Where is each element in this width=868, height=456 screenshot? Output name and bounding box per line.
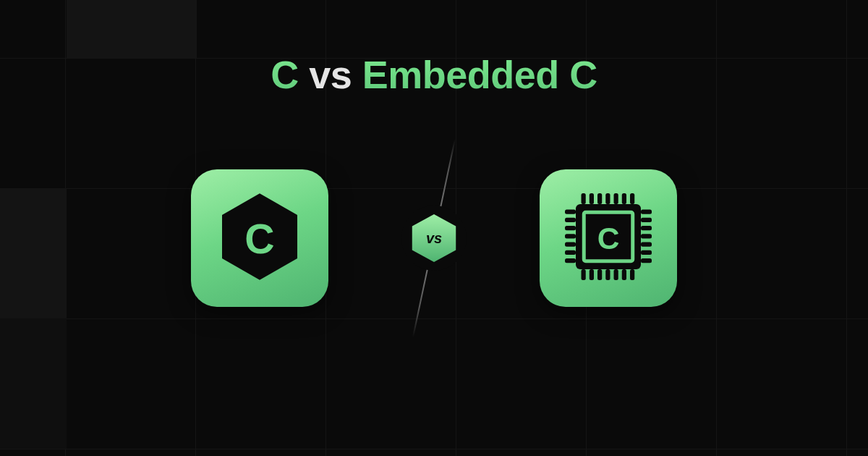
- vs-badge: vs: [408, 212, 460, 264]
- title-left: C: [271, 53, 299, 96]
- svg-text:C: C: [244, 216, 274, 262]
- title-right: Embedded C: [362, 53, 597, 96]
- vs-badge-label: vs: [426, 230, 442, 247]
- svg-rect-18: [622, 269, 626, 280]
- svg-rect-32: [641, 250, 652, 255]
- svg-rect-16: [605, 269, 610, 280]
- svg-text:C: C: [597, 221, 620, 256]
- svg-rect-33: [641, 258, 652, 263]
- page-title: C vs Embedded C: [271, 52, 597, 97]
- svg-rect-12: [630, 193, 634, 204]
- svg-rect-31: [641, 242, 652, 247]
- svg-rect-26: [565, 258, 576, 263]
- svg-rect-10: [614, 193, 618, 204]
- svg-rect-27: [641, 210, 652, 214]
- svg-rect-8: [597, 193, 602, 204]
- svg-rect-22: [565, 226, 576, 230]
- svg-rect-7: [590, 193, 594, 204]
- hexagon-badge-icon: vs: [408, 212, 460, 264]
- content-wrapper: C vs Embedded C C: [0, 0, 868, 456]
- svg-rect-24: [565, 242, 576, 247]
- right-card: C: [540, 169, 677, 307]
- svg-rect-29: [641, 226, 652, 230]
- svg-rect-15: [597, 269, 602, 280]
- title-connector: vs: [309, 53, 352, 96]
- c-language-icon: C: [213, 190, 307, 287]
- svg-rect-13: [582, 269, 586, 280]
- svg-rect-23: [565, 234, 576, 238]
- svg-rect-28: [641, 218, 652, 222]
- svg-rect-11: [622, 193, 626, 204]
- svg-rect-14: [590, 269, 594, 280]
- svg-rect-25: [565, 250, 576, 255]
- svg-rect-30: [641, 234, 652, 238]
- svg-rect-17: [614, 269, 618, 280]
- chip-icon: C: [554, 182, 663, 294]
- comparison-row: C vs: [191, 169, 677, 307]
- svg-rect-19: [630, 269, 634, 280]
- svg-rect-6: [582, 193, 586, 204]
- svg-rect-20: [565, 210, 576, 214]
- left-card: C: [191, 169, 328, 307]
- svg-rect-21: [565, 218, 576, 222]
- svg-rect-9: [605, 193, 610, 204]
